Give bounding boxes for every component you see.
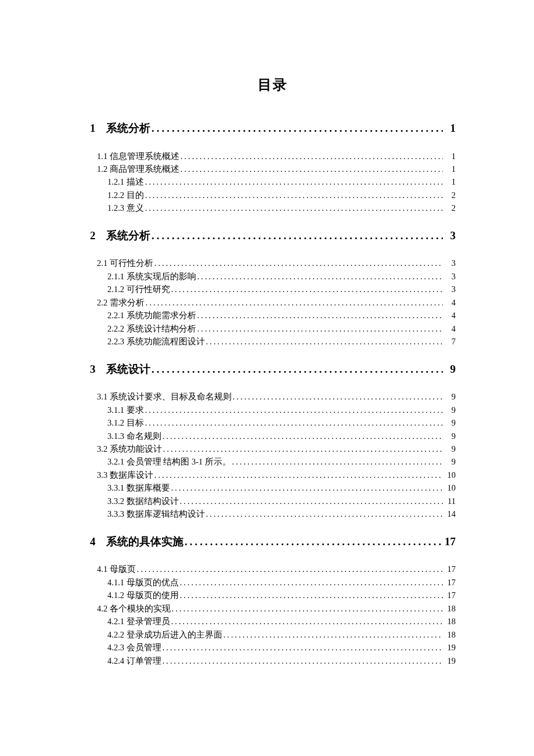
toc-entry-label: 3.3.2 数据结构设计 bbox=[107, 495, 179, 507]
toc-entry-level3[interactable]: 2.2.3 系统功能流程图设计7 bbox=[90, 335, 456, 348]
toc-dots bbox=[232, 455, 443, 468]
toc-entry-level2[interactable]: 3.2 系统功能设计9 bbox=[90, 442, 456, 455]
toc-entry-label: 4.1 母版页 bbox=[97, 563, 136, 575]
toc-entry-page: 17 bbox=[444, 563, 456, 575]
toc-entry-number: 2 bbox=[90, 228, 106, 244]
toc-dots bbox=[180, 589, 443, 602]
toc-entry-label: 3.2.1 会员管理 结构图 3-1 所示。 bbox=[107, 455, 231, 468]
toc-entry-level3[interactable]: 3.1.1 要求9 bbox=[90, 404, 456, 416]
toc-entry-page: 10 bbox=[444, 481, 456, 494]
toc-entry-page: 18 bbox=[444, 615, 456, 628]
toc-dots bbox=[171, 283, 443, 296]
toc-entry-level3[interactable]: 3.3.1 数据库概要10 bbox=[90, 481, 456, 494]
toc-entry-level3[interactable]: 3.3.2 数据结构设计11 bbox=[90, 495, 456, 507]
toc-entry-label: 3.1.2 目标 bbox=[107, 416, 144, 429]
toc-entry-level3[interactable]: 3.1.2 目标9 bbox=[90, 416, 456, 429]
toc-entry-label: 2.2.2 系统设计结构分析 bbox=[107, 322, 196, 335]
toc-entry-label: 系统的具体实施 bbox=[106, 534, 183, 550]
toc-dots bbox=[163, 641, 443, 654]
toc-entry-level2[interactable]: 3.1 系统设计要求、目标及命名规则9 bbox=[90, 390, 456, 403]
toc-entry-page: 14 bbox=[444, 507, 456, 520]
toc-entry-label: 2.2 需求分析 bbox=[97, 296, 145, 309]
toc-entry-level3[interactable]: 3.1.3 命名规则9 bbox=[90, 430, 456, 442]
toc-entry-number: 4 bbox=[90, 534, 106, 550]
toc-entry-level3[interactable]: 4.1.2 母版页的使用17 bbox=[90, 589, 456, 602]
toc-entry-page: 18 bbox=[444, 602, 456, 615]
toc-dots bbox=[171, 481, 443, 494]
toc-entry-page: 9 bbox=[444, 416, 456, 429]
toc-entry-level3[interactable]: 4.2.2 登录成功后进入的主界面18 bbox=[90, 628, 456, 641]
toc-entry-label: 4.2.3 会员管理 bbox=[107, 641, 161, 654]
toc-dots bbox=[171, 615, 443, 628]
toc-entry-page: 7 bbox=[444, 335, 456, 348]
toc-entry-label: 4.2.1 登录管理员 bbox=[107, 615, 170, 628]
toc-entry-page: 1 bbox=[444, 175, 456, 188]
toc-dots bbox=[151, 361, 443, 378]
toc-entry-page: 9 bbox=[444, 404, 456, 416]
toc-entry-level3[interactable]: 3.3.3 数据库逻辑结构设计14 bbox=[90, 507, 456, 520]
toc-entry-page: 9 bbox=[444, 430, 456, 442]
toc-entry-level2[interactable]: 2.1 可行性分析3 bbox=[90, 257, 456, 269]
toc-entry-page: 1 bbox=[444, 120, 456, 137]
toc-section: 2系统分析32.1 可行性分析32.1.1 系统实现后的影响32.1.2 可行性… bbox=[90, 228, 456, 348]
toc-entry-level3[interactable]: 1.2.3 意义2 bbox=[90, 201, 456, 214]
toc-dots bbox=[145, 189, 443, 201]
toc-entry-level3[interactable]: 2.1.2 可行性研究3 bbox=[90, 283, 456, 296]
toc-entry-level2[interactable]: 4.1 母版页17 bbox=[90, 563, 456, 575]
toc-entry-level3[interactable]: 2.1.1 系统实现后的影响3 bbox=[90, 270, 456, 283]
toc-entry-page: 4 bbox=[444, 309, 456, 322]
toc-entry-label: 3.1.1 要求 bbox=[107, 404, 144, 416]
toc-entry-label: 3.1.3 命名规则 bbox=[107, 430, 161, 442]
toc-entry-label: 系统分析 bbox=[106, 228, 150, 244]
toc-dots bbox=[151, 120, 443, 137]
toc-entry-level3[interactable]: 4.2.1 登录管理员18 bbox=[90, 615, 456, 628]
toc-section: 3系统设计93.1 系统设计要求、目标及命名规则93.1.1 要求93.1.2 … bbox=[90, 361, 456, 521]
toc-entry-page: 9 bbox=[444, 361, 456, 378]
toc-entry-page: 4 bbox=[444, 322, 456, 335]
toc-entry-level2[interactable]: 4.2 各个模块的实现18 bbox=[90, 602, 456, 615]
toc-dots bbox=[233, 390, 443, 403]
toc-entry-label: 4.2.2 登录成功后进入的主界面 bbox=[107, 628, 222, 641]
toc-entry-level3[interactable]: 4.1.1 母版页的优点17 bbox=[90, 576, 456, 589]
toc-entry-level3[interactable]: 2.2.2 系统设计结构分析4 bbox=[90, 322, 456, 335]
toc-entry-label: 系统设计 bbox=[106, 361, 150, 378]
toc-entry-page: 4 bbox=[444, 296, 456, 309]
toc-entry-level2[interactable]: 2.2 需求分析4 bbox=[90, 296, 456, 309]
toc-dots bbox=[185, 534, 443, 550]
toc-entry-level2[interactable]: 1.1 信息管理系统概述1 bbox=[90, 150, 456, 163]
toc-dots bbox=[180, 576, 443, 589]
toc-entry-page: 17 bbox=[444, 534, 456, 550]
toc-entry-label: 1.2.3 意义 bbox=[107, 201, 144, 214]
toc-entry-label: 4.1.2 母版页的使用 bbox=[107, 589, 179, 602]
toc-entry-level1[interactable]: 1系统分析1 bbox=[90, 120, 456, 137]
toc-entry-level2[interactable]: 1.2 商品管理系统概述1 bbox=[90, 163, 456, 175]
toc-entry-page: 1 bbox=[444, 150, 456, 163]
toc-entry-page: 17 bbox=[444, 589, 456, 602]
toc-entry-page: 3 bbox=[444, 228, 456, 244]
toc-entry-number: 3 bbox=[90, 361, 106, 378]
toc-entry-level3[interactable]: 3.2.1 会员管理 结构图 3-1 所示。9 bbox=[90, 455, 456, 468]
toc-entry-level3[interactable]: 4.2.3 会员管理19 bbox=[90, 641, 456, 654]
toc-entry-level3[interactable]: 4.2.4 订单管理19 bbox=[90, 654, 456, 667]
toc-entry-level3[interactable]: 2.2.1 系统功能需求分析4 bbox=[90, 309, 456, 322]
toc-entry-level2[interactable]: 3.3 数据库设计10 bbox=[90, 469, 456, 481]
toc-dots bbox=[146, 296, 443, 309]
toc-entry-page: 11 bbox=[444, 495, 456, 507]
toc-entry-level3[interactable]: 1.2.2 目的2 bbox=[90, 189, 456, 201]
toc-dots bbox=[197, 322, 443, 335]
toc-entry-level1[interactable]: 4系统的具体实施17 bbox=[90, 534, 456, 550]
toc-dots bbox=[151, 228, 443, 244]
toc-dots bbox=[145, 175, 443, 188]
toc-entry-level1[interactable]: 3系统设计9 bbox=[90, 361, 456, 378]
toc-dots bbox=[137, 563, 443, 575]
toc-section: 4系统的具体实施174.1 母版页174.1.1 母版页的优点174.1.2 母… bbox=[90, 534, 456, 667]
toc-entry-page: 1 bbox=[444, 163, 456, 175]
toc-dots bbox=[172, 602, 443, 615]
toc-dots bbox=[197, 309, 443, 322]
toc-dots bbox=[206, 335, 443, 348]
toc-entry-level1[interactable]: 2系统分析3 bbox=[90, 228, 456, 244]
toc-dots bbox=[181, 163, 443, 175]
toc-entry-label: 3.1 系统设计要求、目标及命名规则 bbox=[97, 390, 232, 403]
toc-entry-level3[interactable]: 1.2.1 描述1 bbox=[90, 175, 456, 188]
toc-entry-label: 3.3 数据库设计 bbox=[97, 469, 153, 481]
